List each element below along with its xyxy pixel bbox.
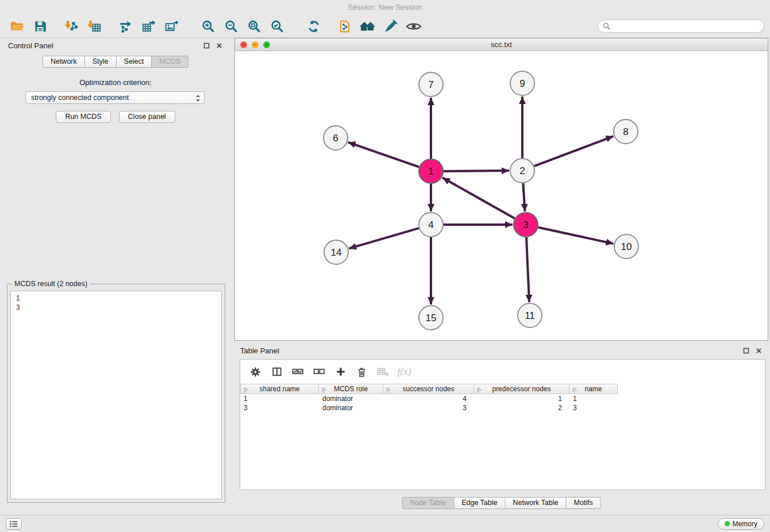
criterion-value: strongly connected component: [31, 94, 129, 102]
table-body: 1dominator4113dominator323: [240, 394, 765, 413]
node-8[interactable]: 8: [614, 119, 638, 144]
zoom-selected-button[interactable]: [265, 17, 288, 36]
edge-2-3[interactable]: [523, 183, 525, 211]
node-table-container: f(x) shared nameMCDS rolesuccessor nodes…: [240, 359, 765, 490]
column-header-predecessor-nodes[interactable]: predecessor nodes: [474, 384, 569, 394]
criterion-select[interactable]: strongly connected component: [25, 91, 205, 104]
node-4[interactable]: 4: [419, 213, 443, 237]
zoom-in-icon: [201, 19, 215, 34]
close-panel-action-button[interactable]: Close panel: [119, 111, 175, 123]
node-3[interactable]: 3: [514, 213, 538, 237]
tab-node-table[interactable]: Node Table: [402, 497, 454, 509]
memory-button[interactable]: Memory: [718, 518, 764, 530]
column-header-shared-name[interactable]: shared name: [240, 384, 319, 394]
select-all-columns-button[interactable]: [288, 364, 307, 380]
export-network-button[interactable]: [114, 17, 137, 36]
toolbar-separator: [183, 26, 197, 26]
svg-text:3: 3: [523, 219, 528, 230]
window-zoom-button[interactable]: [263, 41, 270, 48]
table-cell: 3: [569, 403, 618, 413]
import-network-clipboard-button[interactable]: [333, 17, 356, 36]
float-panel-button[interactable]: [203, 42, 210, 49]
columns-icon: [272, 367, 282, 377]
task-history-button[interactable]: [6, 518, 22, 530]
zoom-in-button[interactable]: [197, 17, 220, 36]
node-1[interactable]: 1: [419, 159, 443, 183]
import-network-file-button[interactable]: [60, 17, 83, 36]
svg-text:10: 10: [621, 241, 632, 252]
float-table-panel-button[interactable]: [742, 347, 750, 354]
window-close-button[interactable]: [240, 41, 247, 48]
window-minimize-button[interactable]: [252, 41, 259, 48]
open-session-button[interactable]: [6, 17, 29, 36]
node-14[interactable]: 14: [324, 240, 348, 264]
export-image-button[interactable]: [160, 17, 183, 36]
svg-text:6: 6: [333, 133, 338, 144]
save-session-button[interactable]: [29, 17, 52, 36]
column-header-successor-nodes[interactable]: successor nodes: [383, 384, 474, 394]
tab-motifs[interactable]: Motifs: [566, 497, 600, 509]
unselect-all-icon: [313, 367, 325, 377]
tab-mcds[interactable]: MCDS: [152, 56, 188, 68]
mcds-result-text[interactable]: 13: [10, 291, 222, 499]
delete-column-button[interactable]: [352, 364, 371, 380]
edge-4-14[interactable]: [349, 228, 419, 249]
show-columns-button[interactable]: [267, 364, 286, 380]
search-input[interactable]: [613, 22, 759, 30]
sort-icon: [476, 387, 482, 395]
tab-network[interactable]: Network: [43, 56, 85, 68]
node-2[interactable]: 2: [510, 159, 534, 183]
table-settings-button[interactable]: [246, 364, 265, 380]
import-table-icon: [87, 19, 102, 34]
node-11[interactable]: 11: [518, 303, 542, 327]
dropdown-arrows-icon: [195, 94, 201, 104]
network-view-window: scc.txt 7968124314101511: [234, 38, 768, 341]
network-window-title: scc.txt: [491, 40, 512, 49]
node-7[interactable]: 7: [419, 72, 443, 97]
table-row[interactable]: 1dominator411: [240, 394, 765, 403]
zoom-fit-button[interactable]: [242, 17, 265, 36]
tab-network-table[interactable]: Network Table: [506, 497, 567, 509]
tab-select[interactable]: Select: [117, 56, 152, 68]
memory-status-dot: [725, 521, 730, 526]
column-header-mcds-role[interactable]: MCDS role: [319, 384, 383, 394]
tab-style[interactable]: Style: [85, 56, 117, 68]
close-icon: [216, 43, 222, 49]
run-mcds-button[interactable]: Run MCDS: [56, 111, 110, 123]
window-title: Session: New Session: [0, 0, 770, 15]
edge-3-10[interactable]: [538, 228, 614, 244]
edge-3-11[interactable]: [526, 237, 529, 302]
import-table-file-button[interactable]: [83, 17, 106, 36]
edge-1-6[interactable]: [348, 142, 419, 167]
add-column-button[interactable]: [331, 364, 350, 380]
annotation-button[interactable]: [379, 17, 402, 36]
export-table-button[interactable]: [137, 17, 160, 36]
export-table-icon: [141, 19, 156, 34]
node-10[interactable]: 10: [614, 234, 638, 259]
table-cell: dominator: [319, 394, 383, 403]
search-box[interactable]: [598, 20, 764, 33]
edge-1-2[interactable]: [444, 171, 509, 171]
node-9[interactable]: 9: [510, 71, 534, 95]
network-canvas[interactable]: 7968124314101511: [235, 51, 768, 340]
table-panel-header: Table Panel: [234, 343, 768, 358]
close-table-panel-button[interactable]: [755, 347, 763, 354]
svg-text:4: 4: [428, 219, 433, 230]
brush-icon: [383, 19, 398, 34]
edge-2-8[interactable]: [534, 136, 614, 166]
node-6[interactable]: 6: [324, 126, 348, 150]
toolbar-separator: [288, 26, 302, 26]
unselect-all-columns-button[interactable]: [310, 364, 329, 380]
list-icon: [10, 521, 18, 527]
edge-3-1[interactable]: [442, 178, 515, 218]
close-panel-button[interactable]: [215, 42, 223, 49]
table-row[interactable]: 3dominator323: [240, 403, 765, 413]
tab-edge-table[interactable]: Edge Table: [454, 497, 505, 509]
column-header-name[interactable]: name: [569, 384, 618, 394]
table-cell: 3: [240, 403, 319, 413]
refresh-view-button[interactable]: [302, 17, 325, 36]
show-hide-button[interactable]: [402, 17, 425, 36]
node-15[interactable]: 15: [419, 306, 443, 330]
zoom-out-button[interactable]: [220, 17, 242, 36]
first-neighbors-button[interactable]: [356, 17, 379, 36]
